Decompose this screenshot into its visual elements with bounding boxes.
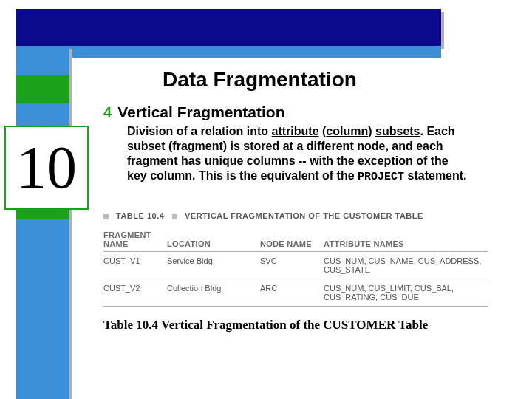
table-title-bold: CUSTOMER (343, 211, 392, 220)
header-strip (16, 46, 441, 58)
table-title-marker-icon (172, 214, 177, 219)
col-header-node: NODE NAME (260, 228, 324, 252)
bullet-item: 4 Vertical Fragmentation (103, 103, 285, 121)
cell-attrs: CUS_NUM, CUS_LIMIT, CUS_BAL, CUS_RATING,… (324, 279, 488, 307)
body-text-part: ( (319, 125, 327, 137)
body-underline: attribute (272, 125, 319, 137)
table-title-prefix: TABLE 10.4 (116, 211, 164, 220)
slide-title: Data Fragmentation (163, 68, 357, 92)
bullet-label: Vertical Fragmentation (117, 103, 284, 121)
header-bar (16, 9, 441, 46)
table: FRAGMENT NAME LOCATION NODE NAME ATTRIBU… (103, 228, 488, 307)
cell-location: Collection Bldg. (167, 279, 260, 307)
col-header-attrs: ATTRIBUTE NAMES (324, 228, 488, 252)
col-header-location: LOCATION (167, 228, 260, 252)
table-header-row: FRAGMENT NAME LOCATION NODE NAME ATTRIBU… (103, 228, 488, 252)
cell-node: ARC (260, 279, 324, 307)
table-title-marker-icon (103, 214, 109, 219)
table-title-text: VERTICAL FRAGMENTATION OF THE (185, 211, 343, 220)
green-band (16, 75, 69, 103)
body-text-part: ) (368, 125, 375, 137)
cell-fragment: CUST_V2 (103, 279, 167, 307)
chapter-number-box: 10 (4, 126, 89, 210)
col-header-fragment: FRAGMENT NAME (103, 228, 167, 252)
body-paragraph: Division of a relation into attribute (c… (127, 124, 467, 185)
table-title-tail: TABLE (392, 211, 423, 220)
table-caption: Table 10.4 Vertical Fragmentation of the… (103, 318, 428, 332)
body-underline: subsets (375, 125, 420, 137)
bullet-icon: 4 (103, 103, 112, 121)
cell-attrs: CUS_NUM, CUS_NAME, CUS_ADDRESS, CUS_STAT… (324, 252, 488, 279)
side-column (16, 46, 69, 399)
body-text-part: Division of a relation into (127, 125, 272, 137)
chapter-number: 10 (16, 137, 77, 198)
cell-node: SVC (260, 252, 324, 279)
body-text-part: statement. (404, 169, 466, 182)
table-row: CUST_V1 Service Bldg. SVC CUS_NUM, CUS_N… (103, 252, 488, 279)
body-monospace: PROJECT (358, 171, 404, 183)
body-underline: column (326, 125, 368, 137)
cell-location: Service Bldg. (167, 252, 260, 279)
table-row: CUST_V2 Collection Bldg. ARC CUS_NUM, CU… (103, 279, 488, 307)
table-title: TABLE 10.4 VERTICAL FRAGMENTATION OF THE… (103, 211, 488, 220)
cell-fragment: CUST_V1 (103, 252, 167, 279)
fragmentation-table: TABLE 10.4 VERTICAL FRAGMENTATION OF THE… (103, 211, 488, 307)
